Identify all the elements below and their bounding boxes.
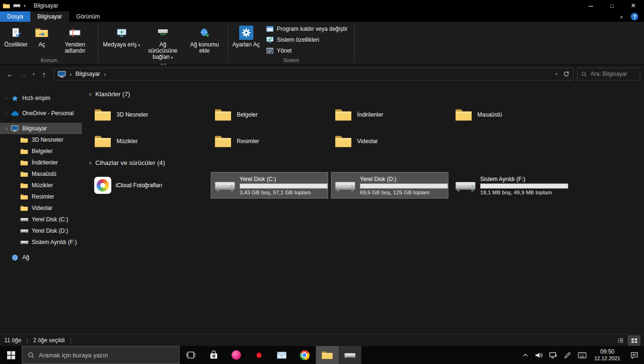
taskbar-app-store[interactable] bbox=[202, 346, 225, 364]
taskbar-app-opera[interactable] bbox=[248, 346, 270, 364]
folder-icon bbox=[20, 160, 28, 166]
explorer-search[interactable] bbox=[577, 68, 640, 81]
hidden-icons-button[interactable] bbox=[519, 346, 531, 364]
minimize-button[interactable]: ─ bbox=[580, 0, 601, 11]
folder-tile-3d-objects[interactable]: 3D Nesneler bbox=[90, 101, 211, 128]
chevron-down-icon[interactable]: ∨ bbox=[2, 126, 10, 131]
drive-icon bbox=[455, 178, 476, 193]
paint-icon bbox=[232, 350, 241, 360]
properties-button[interactable]: Özellikler bbox=[3, 23, 29, 56]
touch-keyboard-button[interactable] bbox=[574, 346, 590, 364]
sidebar-item-network[interactable]: Ağ bbox=[0, 252, 82, 263]
tile-local-disk-d[interactable]: Yerel Disk (D:) 69,6 GB boş, 125 GB topl… bbox=[331, 172, 448, 199]
folder-tile-downloads[interactable]: İndirilenler bbox=[331, 101, 451, 128]
selected-count: 2 öğe seçildi bbox=[33, 337, 65, 344]
section-header-folders[interactable]: ∨ Klasörler (7) bbox=[87, 91, 644, 98]
forward-button[interactable]: → bbox=[17, 68, 29, 80]
explorer-search-input[interactable] bbox=[590, 71, 636, 77]
open-button[interactable]: Aç bbox=[30, 23, 54, 56]
access-media-button[interactable]: Medyaya eriş▾ bbox=[101, 23, 141, 62]
open-settings-button[interactable]: Ayarları Aç bbox=[231, 23, 261, 56]
folder-tile-desktop[interactable]: Masaüstü bbox=[451, 101, 572, 128]
sidebar-item-videos[interactable]: Videolar bbox=[0, 202, 82, 214]
chevron-right-icon[interactable]: › bbox=[2, 111, 10, 116]
taskbar-app-external-drive[interactable] bbox=[339, 346, 361, 364]
taskbar-app-mail[interactable] bbox=[270, 346, 293, 364]
sidebar-item-local-disk-c[interactable]: Yerel Disk (C:) bbox=[0, 214, 82, 225]
manage-button[interactable]: Yönet bbox=[266, 46, 348, 55]
sidebar-item-local-disk-d[interactable]: Yerel Disk (D:) bbox=[0, 225, 82, 237]
tab-file[interactable]: Dosya bbox=[0, 11, 30, 22]
dropdown-icon: ▾ bbox=[171, 55, 173, 60]
ribbon: Özellikler Aç Yeniden adlandır Konum bbox=[0, 22, 644, 65]
system-tray: 09:50 12.12.2021 bbox=[519, 346, 644, 364]
sidebar-item-pictures[interactable]: Resimler bbox=[0, 191, 82, 202]
rename-button[interactable]: Yeniden adlandır bbox=[54, 23, 95, 56]
network-button[interactable] bbox=[546, 346, 561, 364]
desktop-screen: ▾ Bilgisayar ─ □ × Dosya Bilgisayar Görü… bbox=[0, 0, 644, 364]
sidebar-item-3d-objects[interactable]: 3D Nesneler bbox=[0, 134, 82, 146]
refresh-icon[interactable] bbox=[563, 71, 570, 77]
explorer-window: ▾ Bilgisayar ─ □ × Dosya Bilgisayar Görü… bbox=[0, 0, 644, 346]
breadcrumb-item-computer[interactable]: Bilgisayar bbox=[75, 71, 100, 77]
address-dropdown-icon[interactable]: ▾ bbox=[555, 72, 557, 76]
windows-logo-icon bbox=[7, 351, 15, 359]
add-network-location-button[interactable]: Ağ konumu ekle bbox=[184, 23, 225, 62]
system-properties-button[interactable]: Sistem özellikleri bbox=[266, 36, 348, 45]
recent-locations-dropdown-icon[interactable]: ▾ bbox=[30, 72, 37, 76]
taskbar-app-explorer[interactable] bbox=[316, 346, 339, 364]
window-title: Bilgisayar bbox=[34, 2, 58, 9]
taskbar-app-paint[interactable] bbox=[225, 346, 248, 364]
up-button[interactable]: ↑ bbox=[38, 68, 50, 80]
folder-tile-videos[interactable]: Videolar bbox=[331, 128, 451, 155]
sidebar-item-music[interactable]: Müzikler bbox=[0, 180, 82, 191]
taskbar-clock[interactable]: 09:50 12.12.2021 bbox=[590, 346, 625, 364]
action-center-button[interactable] bbox=[625, 346, 644, 364]
folder-tile-pictures[interactable]: Resimler bbox=[211, 128, 331, 155]
back-button[interactable]: ← bbox=[4, 68, 16, 80]
tab-computer[interactable]: Bilgisayar bbox=[30, 11, 69, 22]
taskbar-search[interactable] bbox=[22, 346, 179, 364]
tile-system-reserved-f[interactable]: Sistem Ayrıldı (F:) 18,1 MB boş, 49,9 MB… bbox=[451, 172, 569, 199]
chevron-right-icon[interactable]: › bbox=[2, 96, 10, 100]
quick-access-toolbar-icon[interactable] bbox=[13, 3, 20, 9]
sidebar-item-onedrive[interactable]: › OneDrive - Personal bbox=[0, 108, 82, 119]
pen-settings-button[interactable] bbox=[561, 346, 574, 364]
quick-access-toolbar-dropdown-icon[interactable]: ▾ bbox=[24, 4, 26, 8]
tile-icloud-photos[interactable]: iCloud Fotoğrafları bbox=[90, 172, 208, 199]
sidebar-item-desktop[interactable]: Masaüstü bbox=[0, 168, 82, 180]
icloud-photos-icon bbox=[94, 177, 111, 194]
breadcrumb-separator-icon: › bbox=[104, 71, 106, 78]
tile-local-disk-c[interactable]: Yerel Disk (C:) 3,43 GB boş, 97,1 GB top… bbox=[211, 172, 328, 199]
tiles-view-button[interactable] bbox=[628, 336, 640, 345]
start-button[interactable] bbox=[0, 346, 22, 364]
breadcrumb[interactable]: › Bilgisayar › ▾ bbox=[54, 68, 573, 81]
sidebar-item-computer[interactable]: ∨ Bilgisayar bbox=[0, 123, 82, 134]
tab-view[interactable]: Görünüm bbox=[69, 11, 107, 22]
help-button[interactable]: ? bbox=[631, 13, 638, 20]
volume-button[interactable] bbox=[531, 346, 546, 364]
maximize-button[interactable]: □ bbox=[601, 0, 623, 11]
task-view-button[interactable] bbox=[179, 346, 202, 364]
task-view-icon bbox=[186, 350, 196, 360]
sidebar-item-quick-access[interactable]: › Hızlı erişim bbox=[0, 92, 82, 104]
folder-tile-documents[interactable]: Belgeler bbox=[211, 101, 331, 128]
capacity-bar bbox=[360, 183, 448, 189]
computer-icon bbox=[58, 71, 66, 78]
folder-icon bbox=[20, 137, 28, 143]
drives-grid: iCloud Fotoğrafları Yerel Disk (C:) 3,43… bbox=[90, 170, 644, 199]
taskbar-app-chrome[interactable] bbox=[293, 346, 316, 364]
sidebar-item-documents[interactable]: Belgeler bbox=[0, 146, 82, 157]
close-button[interactable]: × bbox=[623, 0, 644, 11]
collapse-ribbon-icon[interactable]: ∧ bbox=[620, 14, 623, 19]
computer-icon bbox=[11, 125, 18, 132]
capacity-bar bbox=[480, 183, 568, 189]
taskbar-search-input[interactable] bbox=[39, 352, 174, 359]
sidebar-item-downloads[interactable]: İndirilenler bbox=[0, 157, 82, 168]
section-header-devices[interactable]: ∨ Cihazlar ve sürücüler (4) bbox=[87, 159, 644, 166]
details-view-button[interactable] bbox=[615, 336, 626, 345]
folder-tile-music[interactable]: Müzikler bbox=[90, 128, 211, 155]
sidebar-item-system-reserved-f[interactable]: Sistem Ayrıldı (F:) bbox=[0, 237, 82, 248]
map-network-drive-button[interactable]: Ağ sürücüsüne bağlan▾ bbox=[143, 23, 183, 62]
uninstall-program-button[interactable]: Program kaldır veya değiştir bbox=[266, 25, 348, 34]
